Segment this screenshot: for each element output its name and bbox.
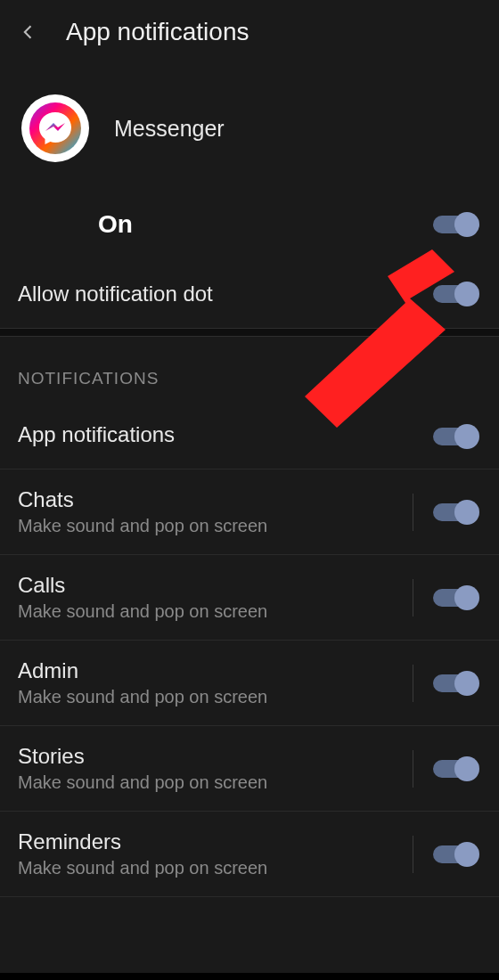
channel-subtitle: Make sound and pop on screen bbox=[18, 687, 413, 707]
channel-row-calls[interactable]: Calls Make sound and pop on screen bbox=[0, 555, 499, 641]
app-notifications-label: App notifications bbox=[18, 422, 433, 447]
channel-row-admin[interactable]: Admin Make sound and pop on screen bbox=[0, 641, 499, 726]
channel-row-reminders[interactable]: Reminders Make sound and pop on screen bbox=[0, 812, 499, 897]
channel-title: Stories bbox=[18, 744, 413, 769]
app-icon bbox=[21, 94, 89, 162]
master-toggle-row: On bbox=[0, 194, 499, 255]
app-notifications-toggle[interactable] bbox=[433, 428, 478, 445]
channel-title: Admin bbox=[18, 658, 413, 683]
channel-toggle-chats[interactable] bbox=[433, 503, 478, 521]
header: App notifications bbox=[0, 0, 499, 68]
channel-subtitle: Make sound and pop on screen bbox=[18, 858, 413, 878]
app-notifications-row[interactable]: App notifications bbox=[0, 404, 499, 470]
section-header-notifications: NOTIFICATIONS bbox=[0, 337, 499, 404]
master-toggle-label: On bbox=[98, 210, 133, 239]
master-toggle-switch[interactable] bbox=[433, 216, 478, 233]
channel-title: Chats bbox=[18, 487, 413, 512]
notification-dot-toggle[interactable] bbox=[433, 285, 478, 303]
channel-toggle-stories[interactable] bbox=[433, 760, 478, 778]
vertical-divider bbox=[413, 494, 413, 531]
vertical-divider bbox=[413, 579, 413, 617]
channel-row-stories[interactable]: Stories Make sound and pop on screen bbox=[0, 726, 499, 812]
channel-row-chats[interactable]: Chats Make sound and pop on screen bbox=[0, 470, 499, 555]
channel-title: Calls bbox=[18, 573, 413, 598]
vertical-divider bbox=[413, 836, 413, 873]
section-divider bbox=[0, 328, 499, 337]
channel-subtitle: Make sound and pop on screen bbox=[18, 772, 413, 793]
channel-toggle-calls[interactable] bbox=[433, 589, 478, 607]
channel-toggle-reminders[interactable] bbox=[433, 845, 478, 863]
bottom-bar bbox=[0, 973, 499, 980]
back-icon[interactable] bbox=[18, 21, 39, 43]
page-title: App notifications bbox=[66, 18, 249, 46]
app-name-label: Messenger bbox=[114, 116, 225, 142]
notification-dot-row[interactable]: Allow notification dot bbox=[0, 255, 499, 328]
notification-dot-label: Allow notification dot bbox=[18, 282, 213, 306]
channel-toggle-admin[interactable] bbox=[433, 674, 478, 692]
app-info-row: Messenger bbox=[0, 68, 499, 194]
vertical-divider bbox=[413, 665, 413, 702]
vertical-divider bbox=[413, 750, 413, 788]
channel-subtitle: Make sound and pop on screen bbox=[18, 516, 413, 536]
messenger-icon bbox=[29, 102, 81, 154]
channel-title: Reminders bbox=[18, 829, 413, 854]
channel-subtitle: Make sound and pop on screen bbox=[18, 601, 413, 622]
